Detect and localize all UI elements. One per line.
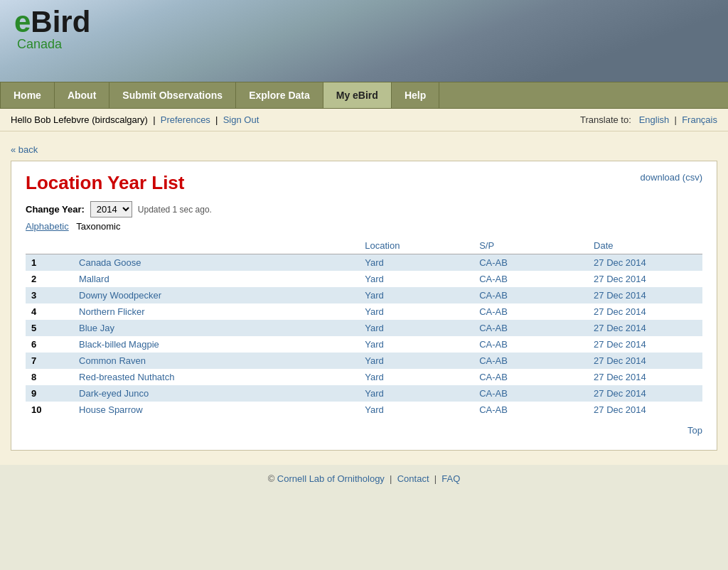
date-link[interactable]: 27 Dec 2014	[594, 257, 646, 268]
row-num: 1	[26, 254, 73, 271]
bird-link[interactable]: Black-billed Magpie	[79, 339, 159, 350]
row-num: 4	[26, 303, 73, 320]
nav-myebird[interactable]: My eBird	[323, 82, 392, 108]
top-link-area: Top	[26, 418, 702, 436]
row-num: 2	[26, 271, 73, 287]
date-link[interactable]: 27 Dec 2014	[594, 323, 646, 333]
content-wrapper: « back Location Year List download (csv)…	[0, 131, 728, 465]
sort-row: Alphabetic Taxonomic	[26, 221, 702, 232]
col-sp: S/P	[473, 237, 588, 254]
preferences-link[interactable]: Preferences	[161, 114, 210, 125]
col-date: Date	[588, 237, 702, 254]
sp-link[interactable]: CA-AB	[479, 372, 508, 382]
date-link[interactable]: 27 Dec 2014	[594, 388, 646, 399]
table-row: 5Blue JayYardCA-AB27 Dec 2014	[26, 320, 702, 336]
bird-link[interactable]: Red-breasted Nuthatch	[79, 372, 174, 382]
date-link[interactable]: 27 Dec 2014	[594, 290, 646, 301]
row-sp: CA-AB	[473, 385, 588, 402]
row-location: Yard	[359, 402, 473, 418]
date-link[interactable]: 27 Dec 2014	[594, 339, 646, 350]
logo-area: eBird Canada	[14, 7, 90, 52]
panel-header: Location Year List download (csv)	[26, 172, 702, 194]
francais-link[interactable]: Français	[682, 114, 717, 125]
bird-link[interactable]: Northern Flicker	[79, 306, 144, 317]
location-link[interactable]: Yard	[365, 274, 384, 284]
cornell-link[interactable]: Cornell Lab of Ornithology	[277, 473, 385, 484]
location-link[interactable]: Yard	[365, 372, 384, 382]
sp-link[interactable]: CA-AB	[479, 339, 508, 350]
sp-link[interactable]: CA-AB	[479, 388, 508, 399]
english-link[interactable]: English	[639, 114, 670, 125]
date-link[interactable]: 27 Dec 2014	[594, 306, 646, 317]
table-row: 6Black-billed MagpieYardCA-AB27 Dec 2014	[26, 336, 702, 353]
bird-link[interactable]: Mallard	[79, 274, 109, 284]
row-bird: Downy Woodpecker	[73, 287, 359, 303]
sp-link[interactable]: CA-AB	[479, 306, 508, 317]
nav-submit[interactable]: Submit Observations	[109, 82, 236, 108]
sp-link[interactable]: CA-AB	[479, 274, 508, 284]
user-greeting: Hello Bob Lefebvre (birdscalgary) | Pref…	[11, 114, 259, 125]
row-num: 9	[26, 385, 73, 402]
sort-alphabetic[interactable]: Alphabetic	[26, 221, 69, 232]
contact-link[interactable]: Contact	[397, 473, 429, 484]
date-link[interactable]: 27 Dec 2014	[594, 372, 646, 382]
top-link[interactable]: Top	[687, 425, 702, 436]
row-location: Yard	[359, 271, 473, 287]
nav-about[interactable]: About	[55, 82, 109, 108]
nav-explore[interactable]: Explore Data	[236, 82, 323, 108]
nav-home[interactable]: Home	[0, 82, 55, 108]
mountain-background	[0, 0, 728, 82]
row-date: 27 Dec 2014	[588, 303, 702, 320]
footer: © Cornell Lab of Ornithology | Contact |…	[0, 465, 728, 493]
location-link[interactable]: Yard	[365, 339, 384, 350]
sp-link[interactable]: CA-AB	[479, 323, 508, 333]
col-location-link[interactable]: Location	[365, 240, 400, 251]
back-link[interactable]: « back	[11, 144, 38, 155]
download-link[interactable]: download (csv)	[641, 172, 702, 183]
row-num: 7	[26, 353, 73, 369]
sp-link[interactable]: CA-AB	[479, 290, 508, 301]
sp-link[interactable]: CA-AB	[479, 355, 508, 366]
footer-copyright: ©	[268, 473, 277, 484]
table-row: 9Dark-eyed JuncoYardCA-AB27 Dec 2014	[26, 385, 702, 402]
bird-link[interactable]: House Sparrow	[79, 404, 143, 415]
nav-help[interactable]: Help	[392, 82, 439, 108]
bird-link[interactable]: Canada Goose	[79, 257, 141, 268]
date-link[interactable]: 27 Dec 2014	[594, 274, 646, 284]
bird-link[interactable]: Common Raven	[79, 355, 146, 366]
row-location: Yard	[359, 385, 473, 402]
col-date-link[interactable]: Date	[594, 240, 613, 251]
bird-link[interactable]: Downy Woodpecker	[79, 290, 161, 301]
location-link[interactable]: Yard	[365, 323, 384, 333]
table-row: 7Common RavenYardCA-AB27 Dec 2014	[26, 353, 702, 369]
year-select[interactable]: 2014 2013 2012	[90, 201, 132, 217]
sp-link[interactable]: CA-AB	[479, 257, 508, 268]
sp-link[interactable]: CA-AB	[479, 404, 508, 415]
bird-link[interactable]: Dark-eyed Junco	[79, 388, 149, 399]
location-link[interactable]: Yard	[365, 404, 384, 415]
logo-e: e	[14, 5, 31, 38]
location-link[interactable]: Yard	[365, 388, 384, 399]
row-location: Yard	[359, 254, 473, 271]
faq-link[interactable]: FAQ	[441, 473, 460, 484]
row-location: Yard	[359, 336, 473, 353]
sign-out-link[interactable]: Sign Out	[223, 114, 259, 125]
location-link[interactable]: Yard	[365, 290, 384, 301]
row-num: 10	[26, 402, 73, 418]
col-sp-link[interactable]: S/P	[479, 240, 494, 251]
year-label: Change Year:	[26, 204, 85, 215]
date-link[interactable]: 27 Dec 2014	[594, 355, 646, 366]
row-sp: CA-AB	[473, 369, 588, 385]
location-link[interactable]: Yard	[365, 306, 384, 317]
row-num: 6	[26, 336, 73, 353]
location-link[interactable]: Yard	[365, 355, 384, 366]
logo-ebird: eBird	[14, 7, 90, 37]
date-link[interactable]: 27 Dec 2014	[594, 404, 646, 415]
bird-link[interactable]: Blue Jay	[79, 323, 114, 333]
table-row: 8Red-breasted NuthatchYardCA-AB27 Dec 20…	[26, 369, 702, 385]
translate-area: Translate to: English | Français	[580, 114, 717, 125]
row-date: 27 Dec 2014	[588, 336, 702, 353]
greeting-text: Hello Bob Lefebvre (birdscalgary)	[11, 114, 148, 125]
location-link[interactable]: Yard	[365, 257, 384, 268]
back-row: « back	[11, 139, 717, 161]
